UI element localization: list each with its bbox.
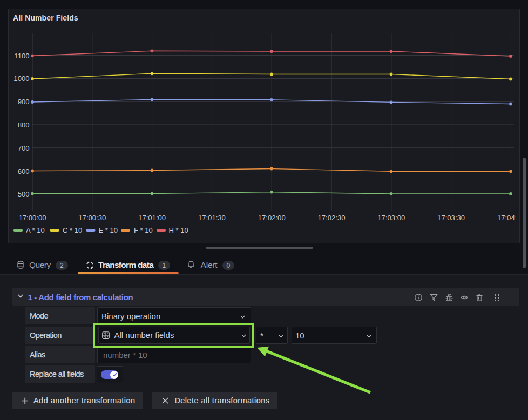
- svg-text:17:01:00: 17:01:00: [138, 214, 166, 222]
- svg-text:1000: 1000: [13, 74, 29, 83]
- svg-text:F * 10: F * 10: [134, 226, 153, 234]
- svg-text:17:03:00: 17:03:00: [377, 214, 405, 222]
- svg-text:600: 600: [18, 167, 30, 175]
- svg-text:700: 700: [18, 144, 30, 152]
- svg-text:17:00:30: 17:00:30: [78, 214, 106, 222]
- svg-text:900: 900: [18, 98, 30, 106]
- svg-text:17:02:00: 17:02:00: [258, 214, 286, 222]
- svg-text:800: 800: [18, 121, 30, 129]
- svg-text:H * 10: H * 10: [169, 226, 188, 234]
- svg-text:C * 10: C * 10: [63, 226, 82, 234]
- svg-text:17:00:00: 17:00:00: [19, 214, 46, 222]
- svg-text:E * 10: E * 10: [99, 226, 118, 234]
- svg-text:A * 10: A * 10: [26, 226, 45, 234]
- svg-text:500: 500: [18, 190, 30, 198]
- svg-text:17:03:30: 17:03:30: [437, 214, 465, 222]
- svg-text:1100: 1100: [14, 52, 29, 60]
- svg-text:17:02:30: 17:02:30: [318, 214, 346, 222]
- svg-text:17:01:30: 17:01:30: [198, 214, 226, 222]
- svg-text:17:04:00: 17:04:00: [497, 214, 525, 222]
